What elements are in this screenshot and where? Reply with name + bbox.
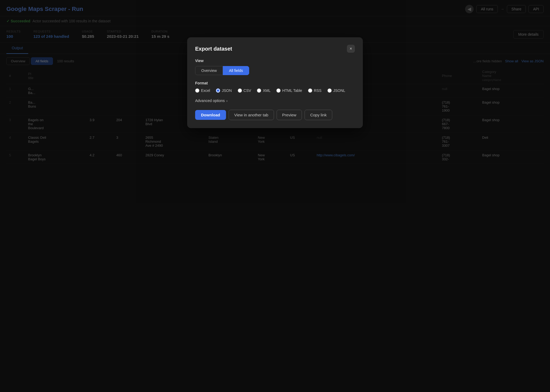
chevron-right-icon: › [226, 99, 227, 103]
view-all-fields-button[interactable]: All fields [223, 66, 249, 75]
format-jsonl[interactable]: JSONL [327, 88, 345, 93]
modal-close-button[interactable]: × [347, 45, 355, 53]
copy-link-button[interactable]: Copy link [305, 110, 332, 120]
format-rss[interactable]: RSS [308, 88, 322, 93]
csv-radio[interactable] [238, 88, 242, 93]
format-section-label: Format [195, 81, 355, 85]
view-section: View Overview All fields [195, 59, 355, 75]
json-radio[interactable] [216, 88, 220, 93]
view-toggle: Overview All fields [195, 66, 355, 75]
format-html-table[interactable]: HTML Table [276, 88, 302, 93]
format-excel[interactable]: Excel [195, 88, 210, 93]
advanced-options-label: Advanced options [195, 99, 225, 103]
excel-radio[interactable] [195, 88, 199, 93]
format-section: Format Excel JSON CSV XML [195, 81, 355, 93]
modal-backdrop: Export dataset × View Overview All field… [0, 0, 550, 392]
export-modal: Export dataset × View Overview All field… [187, 37, 363, 128]
format-json[interactable]: JSON [216, 88, 232, 93]
jsonl-radio[interactable] [327, 88, 332, 93]
format-options: Excel JSON CSV XML HTML Table [195, 88, 355, 93]
view-section-label: View [195, 59, 355, 63]
xml-radio[interactable] [257, 88, 261, 93]
format-xml[interactable]: XML [257, 88, 270, 93]
format-csv[interactable]: CSV [238, 88, 251, 93]
modal-actions: Download View in another tab Preview Cop… [195, 110, 355, 120]
rss-radio[interactable] [308, 88, 312, 93]
view-in-tab-button[interactable]: View in another tab [229, 110, 274, 120]
advanced-options[interactable]: Advanced options › [195, 99, 355, 103]
preview-button[interactable]: Preview [277, 110, 302, 120]
modal-header: Export dataset × [195, 45, 355, 53]
html-table-radio[interactable] [276, 88, 281, 93]
modal-title: Export dataset [195, 46, 232, 52]
download-button[interactable]: Download [195, 110, 226, 120]
view-overview-button[interactable]: Overview [195, 66, 223, 75]
